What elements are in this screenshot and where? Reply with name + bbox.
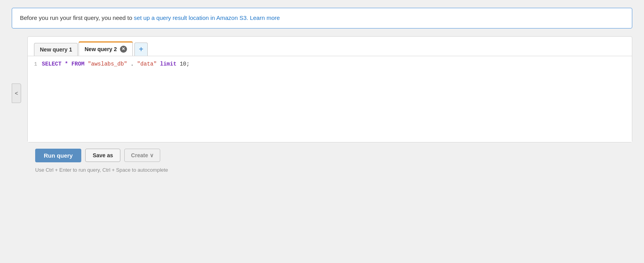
tab-add-button[interactable]: + — [134, 43, 148, 56]
tab-label-1: New query 1 — [40, 46, 72, 53]
save-as-button[interactable]: Save as — [85, 149, 120, 162]
chevron-down-icon: ∨ — [150, 152, 154, 158]
number-10: 10; — [180, 61, 190, 67]
main-wrapper: Before you run your first query, you nee… — [12, 8, 632, 179]
editor-panel: New query 1 New query 2 ✕ + 1 SELECT — [27, 36, 632, 142]
create-button[interactable]: Create ∨ — [124, 149, 160, 162]
keyword-limit: limit — [160, 61, 177, 67]
keyboard-hint: Use Ctrl + Enter to run query, Ctrl + Sp… — [27, 165, 632, 179]
line-number-1: 1 — [31, 61, 42, 67]
tab-close-button[interactable]: ✕ — [120, 46, 127, 53]
string-db: "awslabs_db" — [88, 61, 127, 67]
banner-link-learn-more[interactable]: Learn more — [250, 14, 280, 21]
dot: . — [131, 61, 134, 67]
banner-link-s3[interactable]: set up a query result location in Amazon… — [134, 14, 249, 21]
left-panel-toggle[interactable]: < — [12, 84, 21, 103]
create-label: Create — [131, 152, 148, 158]
tabs-bar: New query 1 New query 2 ✕ + — [28, 37, 632, 56]
main-content: New query 1 New query 2 ✕ + 1 SELECT — [27, 36, 632, 179]
banner-text: Before you run your first query, you nee… — [20, 14, 134, 21]
plus-icon: + — [139, 45, 143, 54]
run-query-button[interactable]: Run query — [35, 149, 81, 162]
keyword-select: SELECT — [42, 61, 61, 67]
keyword-star: * — [65, 61, 68, 67]
notification-banner: Before you run your first query, you nee… — [12, 8, 632, 28]
code-editor[interactable]: 1 SELECT * FROM "awslabs_db" . "data" li… — [28, 56, 632, 142]
code-content-1: SELECT * FROM "awslabs_db" . "data" limi… — [42, 61, 190, 67]
tab-new-query-2[interactable]: New query 2 ✕ — [79, 41, 132, 56]
string-table: "data" — [137, 61, 157, 67]
tab-new-query-1[interactable]: New query 1 — [34, 43, 78, 56]
query-toolbar: Run query Save as Create ∨ — [27, 142, 632, 165]
keyword-from: FROM — [72, 61, 85, 67]
chevron-left-icon: < — [15, 90, 18, 96]
code-line-1: 1 SELECT * FROM "awslabs_db" . "data" li… — [28, 61, 632, 67]
tab-label-2: New query 2 — [84, 46, 116, 52]
